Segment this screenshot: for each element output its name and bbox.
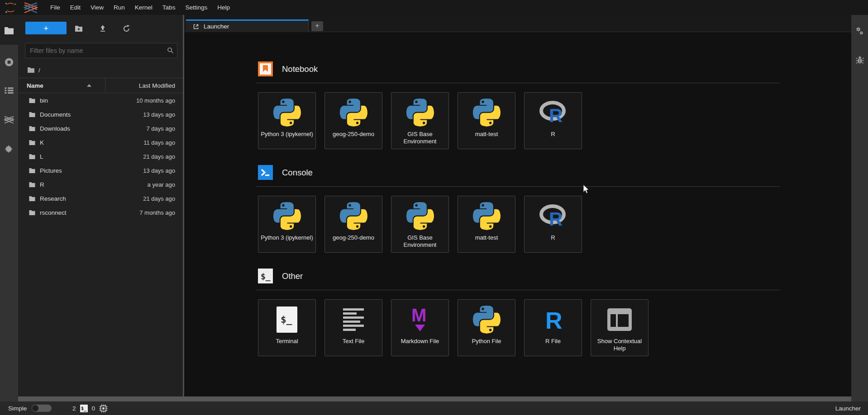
file-row[interactable]: K11 days ago: [18, 136, 183, 150]
simple-mode-toggle[interactable]: [32, 405, 52, 412]
upload-icon[interactable]: [98, 24, 107, 33]
refresh-icon[interactable]: [122, 24, 131, 33]
launcher-card[interactable]: Python File: [458, 299, 515, 356]
menu-item-file[interactable]: File: [45, 0, 65, 15]
jupyter-logo-icon: [4, 1, 17, 14]
column-header-modified[interactable]: Last Modified: [139, 82, 175, 89]
file-list-header: Name Last Modified: [18, 78, 183, 93]
file-name: bin: [40, 97, 136, 104]
launcher-card[interactable]: $_Terminal: [258, 299, 316, 356]
section-header: $_Other: [258, 269, 780, 283]
file-list: bin10 months agoDocuments13 days agoDown…: [18, 94, 183, 220]
svg-text:$_: $_: [281, 314, 292, 325]
card-label: geog-250-demo: [331, 131, 376, 138]
folder-icon: [29, 140, 36, 146]
launcher-card[interactable]: RR: [524, 92, 582, 149]
file-row[interactable]: Pictures13 days ago: [18, 164, 183, 178]
launcher-card[interactable]: Python 3 (ipykernel): [258, 92, 316, 149]
card-label: matt-test: [473, 131, 500, 138]
simple-mode-group: Simple: [8, 401, 52, 415]
card-label: matt-test: [473, 234, 500, 241]
launcher-card[interactable]: GIS Base Environment: [391, 196, 449, 253]
file-modified: 11 days ago: [143, 139, 175, 146]
launcher-card[interactable]: matt-test: [458, 196, 515, 253]
menu-item-tabs[interactable]: Tabs: [157, 0, 181, 15]
text-file-icon: [343, 305, 364, 334]
file-row[interactable]: rsconnect7 months ago: [18, 206, 183, 220]
r-icon: R: [539, 98, 567, 127]
menu-item-settings[interactable]: Settings: [180, 0, 212, 15]
card-label: Markdown File: [399, 338, 441, 345]
menu-item-kernel[interactable]: Kernel: [130, 0, 157, 15]
menu-bar: FileEditViewRunKernelTabsSettingsHelp: [0, 0, 868, 15]
simple-mode-label: Simple: [8, 405, 27, 412]
card-label: Python File: [470, 338, 503, 345]
tab-label: Launcher: [204, 23, 229, 30]
card-label: R: [549, 131, 557, 138]
new-launcher-button[interactable]: +: [25, 22, 67, 34]
launcher-card[interactable]: Show Contextual Help: [591, 299, 649, 356]
panel-splitter[interactable]: [183, 15, 184, 396]
file-row[interactable]: Downloads7 days ago: [18, 122, 183, 136]
launcher-card[interactable]: RR: [524, 196, 582, 253]
list-icon[interactable]: [5, 86, 14, 96]
launcher-section-other: $_Other$_TerminalText FileMMarkdown File…: [256, 269, 780, 356]
add-tab-button[interactable]: +: [311, 21, 323, 31]
file-row[interactable]: bin10 months ago: [18, 94, 183, 108]
section-header-divider: $_Other: [256, 269, 780, 290]
home-folder-icon[interactable]: [27, 67, 35, 73]
file-name: rsconnect: [40, 209, 139, 216]
card-label: geog-250-demo: [331, 234, 376, 241]
tab-launcher[interactable]: Launcher: [186, 19, 309, 32]
property-inspector-gears-icon[interactable]: [855, 26, 865, 38]
file-name: Research: [40, 195, 143, 202]
dock-panel: Launcher + NotebookPython 3 (ipykernel)g…: [184, 15, 851, 396]
launcher-card[interactable]: MMarkdown File: [391, 299, 449, 356]
launcher-card[interactable]: matt-test: [458, 92, 515, 149]
launcher-card[interactable]: Text File: [324, 299, 382, 356]
card-label: Terminal: [274, 338, 300, 345]
section-header-divider: Notebook: [256, 61, 780, 83]
file-row[interactable]: Ra year ago: [18, 178, 183, 192]
card-row: Python 3 (ipykernel)geog-250-demoGIS Bas…: [258, 196, 780, 253]
file-row[interactable]: Research21 days ago: [18, 192, 183, 206]
launcher-tab-icon: [192, 23, 200, 30]
status-bar: Simple 2 $_ 0 Launcher: [0, 401, 868, 415]
search-icon: [167, 47, 174, 56]
launcher-card[interactable]: geog-250-demo: [324, 92, 382, 149]
launcher-card[interactable]: geog-250-demo: [324, 196, 382, 253]
launcher-card[interactable]: RR File: [524, 299, 582, 356]
weave-icon[interactable]: [4, 115, 14, 126]
tab-bar: Launcher +: [184, 15, 851, 32]
file-name: Documents: [40, 111, 143, 118]
file-name: R: [40, 181, 148, 188]
file-name: K: [40, 139, 143, 146]
stop-circle-icon[interactable]: [4, 57, 14, 69]
breadcrumb-root[interactable]: /: [38, 67, 40, 74]
section-title: Notebook: [282, 64, 318, 74]
menu-item-view[interactable]: View: [86, 0, 109, 15]
breadcrumb[interactable]: /: [27, 63, 40, 77]
section-title: Other: [282, 271, 303, 281]
launcher-card[interactable]: Python 3 (ipykernel): [258, 196, 316, 253]
right-sidebar: [851, 15, 868, 401]
file-row[interactable]: L21 days ago: [18, 150, 183, 164]
filter-files-input[interactable]: [25, 43, 177, 58]
sessions-status-group: 2 $_ 0: [72, 401, 108, 415]
column-divider: [105, 78, 105, 93]
workbench-logo-icon: [23, 2, 39, 14]
horizontal-scrollbar[interactable]: [18, 396, 851, 401]
card-label: Text File: [341, 338, 366, 345]
file-browser-panel: + / Name Last Modified bin10 months agoD…: [18, 15, 183, 396]
column-header-name[interactable]: Name: [18, 82, 43, 89]
folder-icon[interactable]: [4, 27, 14, 37]
menu-item-help[interactable]: Help: [212, 0, 235, 15]
puzzle-icon[interactable]: [5, 145, 14, 156]
new-folder-icon[interactable]: [74, 24, 83, 33]
markdown-icon: M: [409, 305, 431, 334]
debugger-bug-icon[interactable]: [855, 55, 864, 66]
file-row[interactable]: Documents13 days ago: [18, 108, 183, 122]
menu-item-edit[interactable]: Edit: [65, 0, 86, 15]
launcher-card[interactable]: GIS Base Environment: [391, 92, 449, 149]
menu-item-run[interactable]: Run: [109, 0, 130, 15]
